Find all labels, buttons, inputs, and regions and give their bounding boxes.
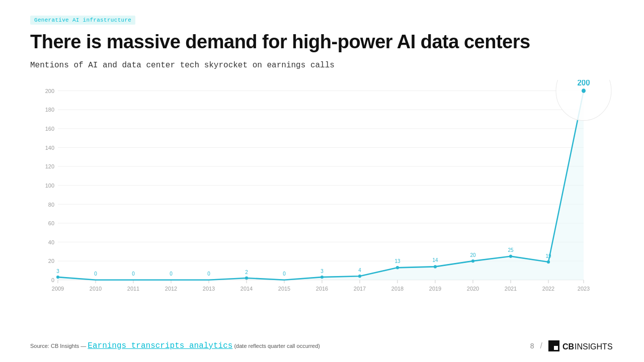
- svg-text:14: 14: [432, 257, 438, 263]
- svg-text:2016: 2016: [316, 285, 328, 291]
- svg-text:INSIGHTS: INSIGHTS: [575, 342, 613, 351]
- svg-text:2014: 2014: [240, 285, 253, 291]
- svg-text:2015: 2015: [278, 285, 290, 291]
- chart-area: 0 20 40 60 80 100 120 140 160 180 200: [30, 80, 614, 296]
- subtitle: Mentions of AI and data center tech skyr…: [30, 61, 614, 70]
- svg-text:200: 200: [45, 87, 54, 94]
- source-link[interactable]: Earnings transcripts analytics: [88, 341, 232, 350]
- svg-text:0: 0: [207, 270, 210, 276]
- svg-text:3: 3: [56, 268, 59, 274]
- svg-text:160: 160: [45, 125, 54, 131]
- svg-point-58: [396, 266, 399, 269]
- svg-text:0: 0: [132, 270, 135, 276]
- svg-point-62: [547, 260, 550, 263]
- page-number: 8: [530, 342, 534, 350]
- svg-point-59: [434, 265, 437, 268]
- svg-text:180: 180: [45, 107, 54, 113]
- svg-text:0: 0: [283, 270, 286, 276]
- svg-text:0: 0: [51, 277, 54, 283]
- svg-text:2009: 2009: [52, 285, 64, 291]
- svg-text:80: 80: [48, 201, 54, 207]
- svg-text:20: 20: [48, 258, 54, 264]
- svg-text:25: 25: [508, 247, 513, 252]
- svg-text:2011: 2011: [127, 285, 139, 291]
- svg-text:100: 100: [45, 182, 54, 188]
- svg-text:40: 40: [48, 239, 54, 245]
- svg-text:3: 3: [320, 268, 324, 274]
- svg-point-54: [56, 275, 59, 278]
- svg-text:120: 120: [45, 163, 54, 169]
- svg-text:140: 140: [45, 144, 54, 150]
- branding-area: 8 / CB INSIGHTS: [530, 339, 614, 353]
- svg-rect-80: [554, 346, 558, 350]
- svg-point-63: [582, 88, 586, 93]
- svg-point-55: [245, 276, 248, 279]
- svg-point-60: [471, 259, 474, 262]
- svg-text:2021: 2021: [505, 285, 517, 291]
- svg-text:2012: 2012: [165, 285, 177, 291]
- main-title: There is massive demand for high-power A…: [30, 31, 614, 54]
- svg-text:200: 200: [577, 80, 590, 87]
- svg-text:0: 0: [170, 270, 173, 276]
- source-attribution: Source: CB Insights — Earnings transcrip…: [30, 341, 320, 350]
- svg-text:20: 20: [470, 252, 475, 257]
- svg-text:0: 0: [94, 270, 97, 276]
- chart-svg: 0 20 40 60 80 100 120 140 160 180 200: [30, 80, 614, 296]
- svg-text:2013: 2013: [203, 285, 215, 291]
- svg-text:2018: 2018: [391, 285, 404, 291]
- svg-text:2: 2: [245, 269, 248, 275]
- svg-point-61: [509, 254, 512, 257]
- divider-slash: /: [540, 341, 542, 350]
- svg-text:CB: CB: [562, 342, 574, 351]
- source-note: (date reflects quarter call occurred): [232, 343, 320, 349]
- svg-text:2019: 2019: [429, 285, 441, 291]
- svg-text:4: 4: [358, 267, 361, 273]
- svg-text:13: 13: [394, 258, 400, 264]
- svg-point-56: [320, 275, 324, 278]
- category-badge: Generative AI infrastructure: [30, 16, 135, 25]
- svg-text:2010: 2010: [90, 285, 102, 291]
- svg-text:19: 19: [545, 253, 551, 258]
- page-container: Generative AI infrastructure There is ma…: [0, 0, 644, 362]
- svg-text:60: 60: [48, 220, 54, 226]
- svg-text:2020: 2020: [467, 285, 479, 291]
- svg-point-57: [358, 275, 361, 278]
- svg-text:2023: 2023: [578, 285, 590, 291]
- cbinsights-logo: CB INSIGHTS: [548, 339, 614, 353]
- source-prefix: Source: CB Insights —: [30, 343, 88, 349]
- footer: Source: CB Insights — Earnings transcrip…: [30, 339, 614, 353]
- svg-text:2022: 2022: [542, 285, 554, 291]
- svg-text:2017: 2017: [354, 285, 366, 291]
